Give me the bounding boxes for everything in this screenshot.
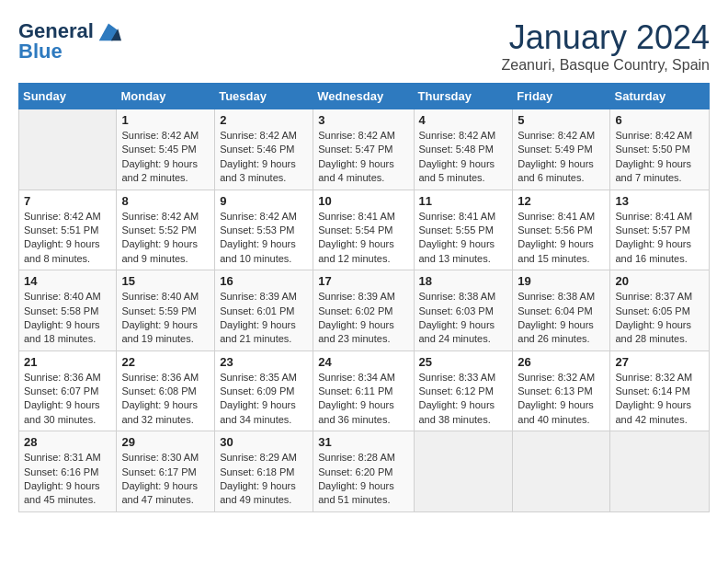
day-number: 7 [24, 194, 111, 208]
day-info: Sunrise: 8:38 AMSunset: 6:03 PMDaylight:… [419, 290, 508, 347]
calendar-cell [19, 109, 117, 190]
day-number: 18 [419, 274, 508, 288]
day-info: Sunrise: 8:38 AMSunset: 6:04 PMDaylight:… [518, 290, 605, 347]
day-number: 17 [318, 274, 408, 288]
day-number: 26 [518, 355, 605, 369]
week-row-2: 7Sunrise: 8:42 AMSunset: 5:51 PMDaylight… [19, 190, 710, 270]
week-row-3: 14Sunrise: 8:40 AMSunset: 5:58 PMDayligh… [19, 270, 710, 351]
calendar-cell: 19Sunrise: 8:38 AMSunset: 6:04 PMDayligh… [513, 270, 610, 351]
day-number: 29 [121, 435, 210, 449]
day-header-monday: Monday [117, 84, 215, 109]
day-info: Sunrise: 8:28 AMSunset: 6:20 PMDaylight:… [318, 451, 408, 508]
day-number: 1 [121, 113, 210, 127]
day-header-sunday: Sunday [19, 84, 117, 109]
day-number: 21 [24, 355, 111, 369]
logo-icon [96, 18, 121, 44]
day-info: Sunrise: 8:42 AMSunset: 5:50 PMDaylight:… [615, 129, 704, 186]
calendar-table: SundayMondayTuesdayWednesdayThursdayFrid… [18, 83, 710, 512]
day-number: 11 [419, 194, 508, 208]
week-row-5: 28Sunrise: 8:31 AMSunset: 6:16 PMDayligh… [19, 431, 710, 512]
calendar-cell: 4Sunrise: 8:42 AMSunset: 5:48 PMDaylight… [414, 109, 513, 190]
day-info: Sunrise: 8:41 AMSunset: 5:56 PMDaylight:… [518, 210, 605, 267]
day-number: 22 [121, 355, 210, 369]
day-number: 10 [318, 194, 408, 208]
day-header-thursday: Thursday [414, 84, 513, 109]
header-row: SundayMondayTuesdayWednesdayThursdayFrid… [19, 84, 710, 109]
day-info: Sunrise: 8:42 AMSunset: 5:51 PMDaylight:… [24, 210, 111, 267]
day-number: 2 [220, 113, 308, 127]
day-info: Sunrise: 8:30 AMSunset: 6:17 PMDaylight:… [121, 451, 210, 508]
day-header-wednesday: Wednesday [313, 84, 414, 109]
day-number: 3 [318, 113, 408, 127]
calendar-cell: 10Sunrise: 8:41 AMSunset: 5:54 PMDayligh… [313, 190, 414, 270]
day-info: Sunrise: 8:40 AMSunset: 5:58 PMDaylight:… [24, 290, 111, 347]
calendar-cell: 6Sunrise: 8:42 AMSunset: 5:50 PMDaylight… [610, 109, 710, 190]
day-number: 13 [615, 194, 704, 208]
day-info: Sunrise: 8:40 AMSunset: 5:59 PMDaylight:… [121, 290, 210, 347]
day-header-friday: Friday [513, 84, 610, 109]
calendar-cell [610, 431, 710, 512]
day-info: Sunrise: 8:35 AMSunset: 6:09 PMDaylight:… [220, 371, 308, 428]
day-number: 14 [24, 274, 111, 288]
day-number: 20 [615, 274, 704, 288]
day-info: Sunrise: 8:39 AMSunset: 6:01 PMDaylight:… [220, 290, 308, 347]
day-number: 23 [220, 355, 308, 369]
calendar-cell: 17Sunrise: 8:39 AMSunset: 6:02 PMDayligh… [313, 270, 414, 351]
day-number: 24 [318, 355, 408, 369]
day-number: 27 [615, 355, 704, 369]
day-number: 31 [318, 435, 408, 449]
day-info: Sunrise: 8:42 AMSunset: 5:52 PMDaylight:… [121, 210, 210, 267]
day-number: 4 [419, 113, 508, 127]
location: Zeanuri, Basque Country, Spain [502, 57, 711, 74]
calendar-cell [513, 431, 610, 512]
day-info: Sunrise: 8:39 AMSunset: 6:02 PMDaylight:… [318, 290, 408, 347]
calendar-cell: 30Sunrise: 8:29 AMSunset: 6:18 PMDayligh… [215, 431, 313, 512]
calendar-cell: 7Sunrise: 8:42 AMSunset: 5:51 PMDaylight… [19, 190, 117, 270]
calendar-cell: 31Sunrise: 8:28 AMSunset: 6:20 PMDayligh… [313, 431, 414, 512]
calendar-cell: 1Sunrise: 8:42 AMSunset: 5:45 PMDaylight… [117, 109, 215, 190]
day-info: Sunrise: 8:41 AMSunset: 5:55 PMDaylight:… [419, 210, 508, 267]
calendar-cell: 3Sunrise: 8:42 AMSunset: 5:47 PMDaylight… [313, 109, 414, 190]
calendar-cell: 11Sunrise: 8:41 AMSunset: 5:55 PMDayligh… [414, 190, 513, 270]
day-header-tuesday: Tuesday [215, 84, 313, 109]
calendar-cell: 18Sunrise: 8:38 AMSunset: 6:03 PMDayligh… [414, 270, 513, 351]
day-info: Sunrise: 8:37 AMSunset: 6:05 PMDaylight:… [615, 290, 704, 347]
day-number: 5 [518, 113, 605, 127]
calendar-cell: 29Sunrise: 8:30 AMSunset: 6:17 PMDayligh… [117, 431, 215, 512]
day-number: 16 [220, 274, 308, 288]
day-info: Sunrise: 8:42 AMSunset: 5:49 PMDaylight:… [518, 129, 605, 186]
day-number: 30 [220, 435, 308, 449]
day-number: 9 [220, 194, 308, 208]
calendar-cell [414, 431, 513, 512]
logo: General Blue [18, 18, 121, 63]
day-info: Sunrise: 8:41 AMSunset: 5:54 PMDaylight:… [318, 210, 408, 267]
calendar-cell: 22Sunrise: 8:36 AMSunset: 6:08 PMDayligh… [117, 350, 215, 431]
day-info: Sunrise: 8:33 AMSunset: 6:12 PMDaylight:… [419, 371, 508, 428]
day-info: Sunrise: 8:29 AMSunset: 6:18 PMDaylight:… [220, 451, 308, 508]
calendar-cell: 2Sunrise: 8:42 AMSunset: 5:46 PMDaylight… [215, 109, 313, 190]
day-info: Sunrise: 8:36 AMSunset: 6:07 PMDaylight:… [24, 371, 111, 428]
day-number: 25 [419, 355, 508, 369]
calendar-cell: 26Sunrise: 8:32 AMSunset: 6:13 PMDayligh… [513, 350, 610, 431]
calendar-cell: 8Sunrise: 8:42 AMSunset: 5:52 PMDaylight… [117, 190, 215, 270]
calendar-cell: 20Sunrise: 8:37 AMSunset: 6:05 PMDayligh… [610, 270, 710, 351]
day-info: Sunrise: 8:42 AMSunset: 5:48 PMDaylight:… [419, 129, 508, 186]
calendar-cell: 24Sunrise: 8:34 AMSunset: 6:11 PMDayligh… [313, 350, 414, 431]
page-header: General Blue January 2024 Zeanuri, Basqu… [18, 18, 710, 74]
calendar-cell: 23Sunrise: 8:35 AMSunset: 6:09 PMDayligh… [215, 350, 313, 431]
day-info: Sunrise: 8:42 AMSunset: 5:45 PMDaylight:… [121, 129, 210, 186]
day-number: 8 [121, 194, 210, 208]
day-info: Sunrise: 8:32 AMSunset: 6:13 PMDaylight:… [518, 371, 605, 428]
day-info: Sunrise: 8:31 AMSunset: 6:16 PMDaylight:… [24, 451, 111, 508]
day-info: Sunrise: 8:42 AMSunset: 5:46 PMDaylight:… [220, 129, 308, 186]
week-row-4: 21Sunrise: 8:36 AMSunset: 6:07 PMDayligh… [19, 350, 710, 431]
day-number: 28 [24, 435, 111, 449]
calendar-cell: 14Sunrise: 8:40 AMSunset: 5:58 PMDayligh… [19, 270, 117, 351]
calendar-cell: 28Sunrise: 8:31 AMSunset: 6:16 PMDayligh… [19, 431, 117, 512]
day-number: 6 [615, 113, 704, 127]
calendar-cell: 5Sunrise: 8:42 AMSunset: 5:49 PMDaylight… [513, 109, 610, 190]
month-title: January 2024 [502, 18, 711, 57]
day-info: Sunrise: 8:42 AMSunset: 5:53 PMDaylight:… [220, 210, 308, 267]
week-row-1: 1Sunrise: 8:42 AMSunset: 5:45 PMDaylight… [19, 109, 710, 190]
title-block: January 2024 Zeanuri, Basque Country, Sp… [502, 18, 711, 74]
